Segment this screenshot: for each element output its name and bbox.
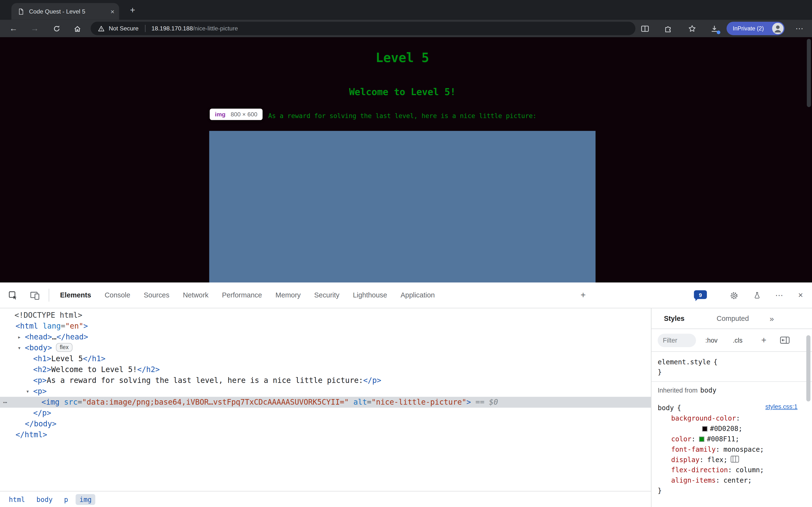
new-tab-button[interactable]: + (126, 5, 140, 16)
favorites-star-icon[interactable] (686, 22, 698, 35)
split-screen-icon[interactable] (639, 22, 651, 35)
forward-button[interactable]: → (28, 22, 42, 35)
tooltip-dimensions: 800 × 600 (231, 111, 257, 118)
css-property-display[interactable]: display:flex; (658, 455, 806, 465)
node-menu-dots-icon[interactable]: ⋯ (3, 397, 8, 408)
color-swatch[interactable] (702, 427, 707, 432)
dom-row[interactable]: ▸<head>…</head> (0, 332, 651, 343)
sidebar-overflow-icon[interactable]: » (769, 314, 774, 323)
breadcrumb-item-p[interactable]: p (60, 494, 72, 505)
reward-image[interactable] (209, 131, 596, 282)
sidebar-tab-styles[interactable]: Styles (664, 315, 684, 322)
dom-row[interactable]: ▾<body>flex (0, 343, 651, 353)
reload-button[interactable] (50, 22, 63, 35)
downloads-icon[interactable] (708, 22, 720, 35)
computed-panel-toggle-icon[interactable] (780, 336, 790, 344)
device-toolbar-icon[interactable] (28, 289, 42, 302)
dom-node-text: <html lang="en"> (0, 322, 88, 330)
expand-arrow-closed-icon[interactable]: ▸ (18, 332, 21, 343)
breadcrumb-item-img[interactable]: img (76, 494, 95, 505)
dom-row[interactable]: </html> (0, 430, 651, 440)
dom-row[interactable]: </p> (0, 408, 651, 418)
new-style-rule-button[interactable]: + (761, 329, 766, 352)
breadcrumb: htmlbodypimg (0, 491, 651, 507)
dom-row[interactable]: ▾<p> (0, 386, 651, 397)
flex-layout-badge[interactable]: flex (56, 343, 72, 352)
home-button[interactable] (70, 22, 84, 35)
page-subheading: Welcome to Level 5! (0, 87, 805, 98)
experiments-flask-icon[interactable] (750, 289, 764, 302)
page-scrollbar[interactable] (807, 39, 811, 107)
element-style-rule[interactable]: element.style{ (658, 357, 806, 368)
dom-row-selected[interactable]: ⋯<img src="data:image/png;base64,iVBOR…v… (0, 397, 651, 408)
css-property-align-items[interactable]: align-items:center; (658, 475, 806, 486)
settings-gear-icon[interactable] (727, 289, 741, 302)
body-style-rule[interactable]: styles.css:1 body{ (658, 403, 806, 413)
devtools-close-icon[interactable]: × (794, 289, 807, 302)
inherited-node-link[interactable]: body (700, 387, 716, 394)
devtools-menu-button[interactable]: ⋯ (773, 289, 786, 302)
devtools-tab-elements[interactable]: Elements (53, 282, 98, 308)
inspect-element-icon[interactable] (6, 289, 20, 302)
styles-scrollbar[interactable] (806, 335, 810, 401)
elements-panel: <!DOCTYPE html><html lang="en">▸<head>…<… (0, 308, 652, 507)
address-bar[interactable]: Not Secure 18.198.170.188/nice-little-pi… (91, 22, 636, 35)
devtools-tab-security[interactable]: Security (307, 282, 346, 308)
dom-row[interactable]: <h1>Level 5</h1> (0, 353, 651, 364)
devtools-body: <!DOCTYPE html><html lang="en">▸<head>…<… (0, 308, 812, 507)
dom-row[interactable]: <html lang="en"> (0, 321, 651, 332)
styles-filter-input[interactable] (658, 334, 696, 347)
url-divider (145, 25, 145, 32)
css-property-font-family[interactable]: font-family:monospace; (658, 445, 806, 455)
dom-row[interactable]: <p>As a reward for solving the last leve… (0, 375, 651, 386)
navigation-toolbar: ← → Not Secure 18.198.170.188/nice-littl… (0, 19, 812, 37)
close-brace: } (658, 487, 662, 495)
styles-sidebar: StylesComputed» :hov .cls + element.styl… (652, 308, 812, 507)
extensions-puzzle-icon[interactable] (662, 22, 674, 35)
back-button[interactable]: ← (7, 22, 20, 35)
url-text[interactable]: 18.198.170.188/nice-little-picture (152, 25, 238, 32)
sidebar-tab-computed[interactable]: Computed (717, 315, 749, 322)
dom-node-text: <p> (0, 387, 47, 395)
css-property-flex-direction[interactable]: flex-direction:column; (658, 465, 806, 475)
devtools-tab-sources[interactable]: Sources (137, 282, 176, 308)
stylesheet-source-link[interactable]: styles.css:1 (765, 403, 798, 410)
security-label[interactable]: Not Secure (109, 25, 139, 32)
browser-window: Code Quest - Level 5 × + ← → Not Secure … (0, 0, 812, 507)
dom-row[interactable]: </body> (0, 418, 651, 430)
breadcrumb-item-html[interactable]: html (5, 494, 29, 505)
tab-title: Code Quest - Level 5 (29, 8, 108, 14)
inprivate-badge[interactable]: InPrivate (2) (726, 22, 784, 35)
tab-close-icon[interactable]: × (110, 7, 114, 15)
devtools-tab-network[interactable]: Network (176, 282, 215, 308)
dom-node-text: <head>…</head> (0, 333, 88, 341)
dom-row[interactable]: <h2>Welcome to Level 5!</h2> (0, 364, 651, 375)
inprivate-label: InPrivate (2) (733, 22, 764, 35)
breadcrumb-item-body[interactable]: body (33, 494, 56, 505)
devtools-tab-memory[interactable]: Memory (269, 282, 307, 308)
devtools-tab-application[interactable]: Application (394, 282, 442, 308)
expand-arrow-open-icon[interactable]: ▾ (26, 386, 29, 397)
element-classes-button[interactable]: .cls (733, 329, 743, 352)
devtools-tab-performance[interactable]: Performance (215, 282, 269, 308)
styles-pane-content: element.style{ } Inherited frombody styl… (652, 352, 812, 507)
color-swatch[interactable] (699, 437, 704, 442)
download-badge-dot (717, 31, 720, 34)
devtools-tab-console[interactable]: Console (98, 282, 137, 308)
dom-node-text: <img src="data:image/png;base64,iVBOR…vs… (0, 398, 498, 406)
dom-row[interactable]: <!DOCTYPE html> (0, 310, 651, 321)
issues-counter[interactable]: 9 (694, 290, 708, 300)
css-property-color[interactable]: color:#008F11; (658, 434, 806, 445)
browser-menu-button[interactable]: ⋯ (794, 22, 806, 35)
dom-node-text: <p>As a reward for solving the last leve… (0, 376, 382, 384)
flex-editor-badge-icon[interactable] (730, 456, 739, 463)
more-tools-button[interactable]: + (576, 289, 590, 302)
profile-avatar[interactable] (772, 23, 783, 34)
css-property-value[interactable]: #0D0208; (658, 424, 806, 434)
toggle-element-state-button[interactable]: :hov (705, 329, 718, 352)
browser-tab[interactable]: Code Quest - Level 5 × (11, 3, 119, 20)
inherited-from-label: Inherited frombody (658, 387, 806, 398)
css-property-background-color[interactable]: background-color: (658, 413, 806, 424)
expand-arrow-open-icon[interactable]: ▾ (18, 343, 21, 353)
devtools-tab-lighthouse[interactable]: Lighthouse (346, 282, 394, 308)
